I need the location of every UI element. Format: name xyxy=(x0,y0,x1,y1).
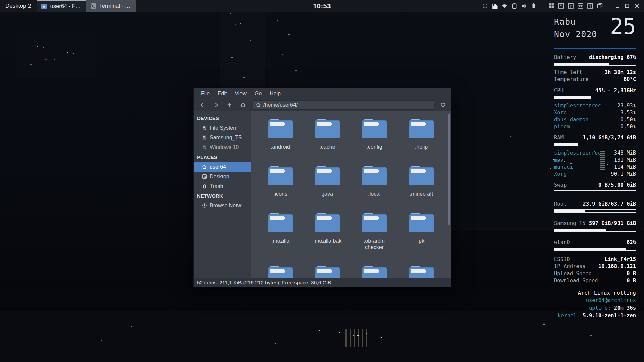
folder-item[interactable]: .cache xyxy=(304,119,351,150)
task-title: user64 - File ... xyxy=(50,3,82,9)
folder-item-partial[interactable] xyxy=(304,266,351,278)
layout-push-up-icon[interactable] xyxy=(567,2,574,10)
folder-name: .minecraft xyxy=(410,191,433,197)
sidebar-item-windows-10[interactable]: Windows 10 xyxy=(194,142,251,152)
battery-icon[interactable] xyxy=(530,2,537,10)
stat-value: Link_F4r15 xyxy=(605,256,636,263)
folder-icon xyxy=(268,266,293,278)
folder-item[interactable]: .ob-arch-checker xyxy=(351,213,398,250)
clock: 10:53 xyxy=(313,0,331,12)
folder-item[interactable]: .icons xyxy=(257,166,304,197)
folder-item[interactable]: .minecraft xyxy=(398,166,445,197)
stat-value: 131 MiB xyxy=(614,157,636,164)
sync-icon[interactable] xyxy=(482,2,488,10)
sidebar-header-places: PLACES xyxy=(194,152,251,162)
menu-item-go[interactable]: Go xyxy=(251,88,266,99)
folder-item[interactable]: .android xyxy=(257,119,304,150)
refresh-button[interactable] xyxy=(436,100,449,110)
folder-icon xyxy=(362,213,387,234)
folder-item[interactable]: .config xyxy=(351,119,398,150)
menu-item-help[interactable]: Help xyxy=(266,88,285,99)
sidebar-item-trash[interactable]: Trash xyxy=(194,181,251,191)
close-icon[interactable] xyxy=(633,2,640,10)
minimize-icon[interactable] xyxy=(614,2,621,10)
process-row: Xorg90,1 MiB xyxy=(554,171,636,178)
folder-icon xyxy=(315,213,340,234)
up-button[interactable] xyxy=(223,100,236,110)
copy-icon[interactable] xyxy=(596,2,603,10)
forward-button[interactable] xyxy=(210,100,222,110)
drive-icon xyxy=(202,135,207,140)
stat-value: 23,93% xyxy=(617,102,636,109)
folder-icon xyxy=(409,213,434,234)
stat-value: 0,50% xyxy=(620,116,636,123)
folder-item-partial[interactable] xyxy=(257,266,304,278)
wifi-icon[interactable] xyxy=(501,2,508,10)
stat-bar-fill xyxy=(554,96,591,99)
folder-item-partial[interactable] xyxy=(398,266,445,278)
volume-icon[interactable] xyxy=(521,2,527,10)
stat-label: CPU xyxy=(554,87,564,94)
folder-icon xyxy=(315,213,340,233)
stat-label: Xorg xyxy=(554,171,567,178)
folder-item[interactable]: .local xyxy=(351,166,398,197)
stat-bar-fill xyxy=(554,248,626,250)
menu-item-edit[interactable]: Edit xyxy=(214,88,231,99)
kernel-line: kernel: 5.9.10-zen1-1-zen xyxy=(554,312,636,320)
taskbar-task[interactable]: user64 - File ... xyxy=(37,0,86,12)
stat-label: munadi xyxy=(554,164,573,171)
folder-icon xyxy=(409,119,434,139)
layout-grid-icon[interactable] xyxy=(548,2,554,10)
folder-item[interactable]: .mozilla xyxy=(257,213,304,250)
path-bar[interactable]: /home/user64/ xyxy=(253,100,434,110)
home-button[interactable] xyxy=(236,100,249,110)
mosque-icon[interactable] xyxy=(491,2,498,10)
trash-icon xyxy=(202,184,207,189)
layout-swap-horizontal-icon[interactable] xyxy=(577,2,584,10)
back-button[interactable] xyxy=(196,100,209,110)
sidebar-item-desktop[interactable]: Desktop xyxy=(194,172,251,181)
sidebar-item-user64[interactable]: user64 xyxy=(194,162,251,172)
sidebar-item-samsung-t5[interactable]: Samsung_T5 xyxy=(194,133,251,142)
scrollbar[interactable] xyxy=(448,113,450,277)
status-bar: 52 items: 211,1 KiB (216.212 bytes), Fre… xyxy=(194,278,451,287)
clipboard-icon[interactable] xyxy=(511,2,518,10)
stat-label: Samsung_T5 xyxy=(554,220,585,227)
folder-item-partial[interactable] xyxy=(351,266,398,278)
menu-item-file[interactable]: File xyxy=(197,88,214,99)
folder-icon xyxy=(315,119,340,140)
folder-name: .icons xyxy=(273,191,287,197)
menu-item-view[interactable]: View xyxy=(231,88,250,99)
taskbar-task[interactable]: Terminal - us... xyxy=(86,0,136,12)
top-panel: Desktop 2 user64 - File ...Terminal - us… xyxy=(0,0,644,12)
date-day: 25 xyxy=(610,14,636,39)
layout-split-vertical-icon[interactable] xyxy=(587,2,593,10)
conky-monitor: Rabu Nov 2020 25 Batterydischarging 67%T… xyxy=(554,16,636,320)
sidebar-item-file-system[interactable]: File System xyxy=(194,123,251,133)
stat-row: Upload Speed0 B xyxy=(554,270,636,277)
folder-item[interactable]: .mozilla.bak xyxy=(304,213,351,250)
network-icon xyxy=(202,203,207,208)
sidebar-item-browse-netw-[interactable]: Browse Netw... xyxy=(194,201,251,210)
workspace-label[interactable]: Desktop 2 xyxy=(0,0,37,12)
file-manager-main: DEVICESFile SystemSamsung_T5Windows 10PL… xyxy=(194,111,451,278)
folder-item[interactable]: .java xyxy=(304,166,351,197)
folder-item[interactable]: .hplip xyxy=(398,119,445,150)
user-host-label: user64@archlinux xyxy=(554,297,636,304)
status-text: 52 items: 211,1 KiB (216.212 bytes), Fre… xyxy=(197,280,331,286)
drive-icon xyxy=(202,145,207,150)
folder-icon xyxy=(268,166,293,187)
folder-icon xyxy=(362,266,387,278)
stat-bar-fill xyxy=(554,229,606,231)
maximize-icon[interactable] xyxy=(624,2,630,10)
folder-name: .android xyxy=(271,144,290,150)
drive-icon xyxy=(202,125,207,131)
stat-value: 0 B xyxy=(627,277,636,284)
conky-footer: Arch Linux rolling user64@archlinux upti… xyxy=(554,289,636,320)
folder-item[interactable]: .pki xyxy=(398,213,445,250)
sidebar: DEVICESFile SystemSamsung_T5Windows 10PL… xyxy=(194,111,251,278)
scrollbar-thumb[interactable] xyxy=(448,114,450,225)
layout-push-down-icon[interactable] xyxy=(557,2,564,10)
stat-row: Time left3h 30m 12s xyxy=(554,69,636,76)
folder-icon xyxy=(409,166,434,186)
